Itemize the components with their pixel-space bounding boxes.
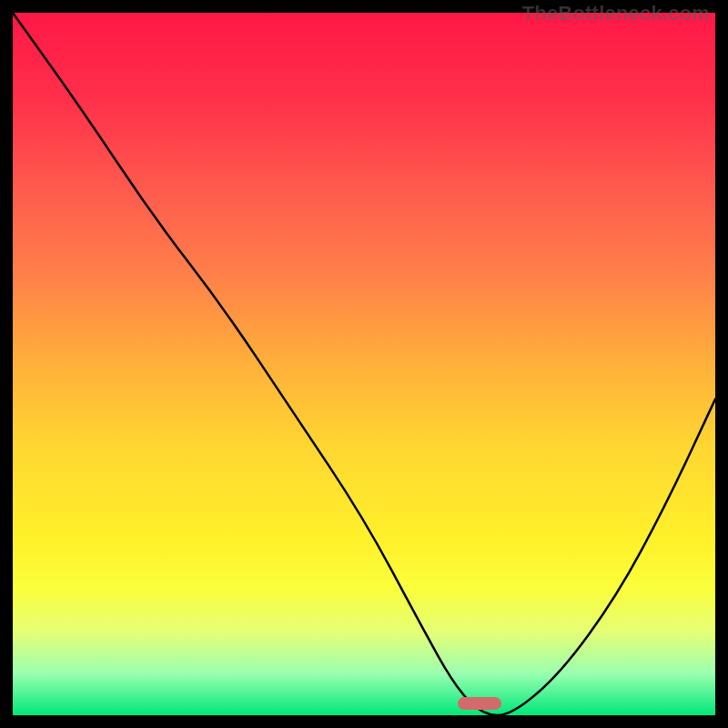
bottleneck-curve xyxy=(13,13,715,715)
watermark-text: TheBottleneck.com xyxy=(522,2,710,25)
minimum-marker xyxy=(458,697,501,710)
